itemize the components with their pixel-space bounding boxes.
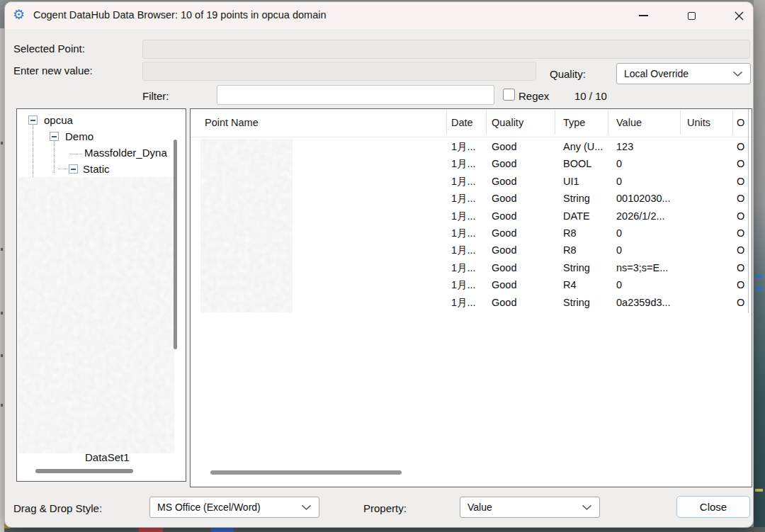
cell-date: 1月... [451, 173, 476, 190]
column-header-value[interactable]: Value [616, 117, 642, 128]
cell-o: O [737, 155, 744, 172]
point-count: 10 / 10 [574, 90, 607, 102]
cell-value: 0 [616, 173, 622, 190]
column-header-o[interactable]: O [737, 117, 744, 128]
cell-type: R8 [563, 242, 577, 259]
cell-o: O [737, 173, 744, 190]
cell-type: UI1 [563, 173, 579, 190]
domain-tree-panel: opcuaDemoMassfolder_DynaStaticDataSet1 [16, 108, 186, 482]
maximize-button[interactable] [677, 4, 706, 27]
close-button-label: Close [700, 501, 727, 513]
cell-date: 1月... [451, 190, 476, 207]
cell-date: 1月... [451, 259, 476, 276]
points-table-panel: Point NameDateQualityTypeValueUnitsO 1月.… [190, 108, 752, 487]
filter-input[interactable] [217, 85, 494, 105]
cell-type: BOOL [563, 155, 591, 172]
close-window-button[interactable] [725, 4, 753, 27]
quality-dropdown[interactable]: Local Override [616, 63, 751, 84]
tree-item-static[interactable]: Static [17, 162, 186, 176]
cell-o: O [737, 208, 744, 225]
selected-point-field[interactable] [142, 40, 750, 59]
new-value-field[interactable] [142, 62, 536, 81]
cell-date: 1月... [451, 208, 476, 225]
desktop-glyph [755, 288, 763, 290]
property-label: Property: [363, 502, 407, 514]
maximize-icon [688, 12, 696, 20]
column-header-date[interactable]: Date [451, 117, 473, 128]
tree-item-label: opcua [44, 113, 73, 128]
data-browser-dialog: ⚙ Cogent DataHub Data Browser: 10 of 19 … [4, 1, 754, 528]
cell-quality: Good [492, 190, 516, 207]
cell-date: 1月... [451, 294, 476, 311]
drag-drop-style-label: Drag & Drop Style: [13, 502, 102, 514]
cell-quality: Good [492, 173, 516, 190]
tree-item-massfolder_dyna[interactable]: Massfolder_Dyna [17, 146, 186, 160]
taskbar-app-icon-blue[interactable] [211, 527, 234, 532]
cell-value: 0 [616, 155, 622, 172]
cell-type: R8 [563, 225, 577, 242]
cell-o: O [737, 259, 744, 276]
filter-label: Filter: [142, 90, 169, 102]
column-header-type[interactable]: Type [563, 117, 585, 128]
blurred-tree-content [18, 177, 174, 453]
collapse-icon[interactable] [69, 164, 78, 174]
cell-quality: Good [492, 259, 516, 276]
property-dropdown[interactable]: Value [460, 497, 600, 518]
close-button[interactable]: Close [676, 496, 750, 518]
column-gridline [748, 109, 749, 313]
quality-label: Quality: [550, 68, 586, 80]
table-horizontal-scrollbar[interactable] [210, 470, 402, 475]
cell-o: O [737, 294, 744, 311]
drag-drop-style-dropdown[interactable]: MS Office (Excel/Word) [149, 497, 319, 518]
enter-new-value-label: Enter new value: [13, 64, 93, 77]
taskbar-app-icon-red[interactable] [139, 527, 163, 532]
minimize-icon [639, 15, 648, 16]
collapse-icon[interactable] [28, 115, 38, 125]
minimize-button[interactable] [629, 4, 657, 27]
cell-type: R4 [563, 276, 577, 293]
gear-icon: ⚙ [13, 7, 25, 23]
cell-value: 0 [616, 276, 622, 293]
cell-type: String [563, 259, 590, 276]
cell-date: 1月... [451, 225, 476, 242]
cell-quality: Good [492, 155, 516, 172]
column-header-units[interactable]: Units [687, 117, 710, 128]
cell-type: String [563, 190, 590, 207]
close-icon [735, 11, 744, 21]
quality-selected-value: Local Override [624, 68, 688, 79]
cell-quality: Good [492, 294, 516, 311]
cell-value: 0 [616, 225, 622, 242]
cell-date: 1月... [451, 242, 476, 259]
cell-o: O [737, 225, 744, 242]
cell-value: ns=3;s=E... [616, 259, 668, 276]
cell-quality: Good [492, 225, 516, 242]
cell-o: O [737, 276, 744, 293]
cell-quality: Good [492, 208, 516, 225]
cell-o: O [737, 138, 744, 155]
column-header-point-name[interactable]: Point Name [205, 117, 259, 128]
title-bar[interactable]: ⚙ Cogent DataHub Data Browser: 10 of 19 … [5, 2, 753, 29]
tree-item-label: Massfolder_Dyna [84, 146, 167, 160]
regex-checkbox[interactable] [503, 89, 515, 101]
selected-point-label: Selected Point: [13, 43, 85, 55]
tree-item-label: Static [83, 162, 110, 176]
collapse-icon[interactable] [50, 132, 59, 141]
cell-value: 2026/1/2... [616, 208, 665, 225]
tree-item-demo[interactable]: Demo [17, 130, 186, 144]
blurred-point-names [200, 139, 293, 312]
tree-vertical-scrollbar[interactable] [174, 140, 177, 349]
cell-o: O [737, 190, 744, 207]
chevron-down-icon [732, 71, 743, 77]
cell-value: 0 [616, 242, 622, 259]
column-header-quality[interactable]: Quality [492, 117, 523, 128]
cell-date: 1月... [451, 138, 476, 155]
tree-item-opcua[interactable]: opcua [17, 113, 186, 128]
tree-item-label: Demo [65, 130, 94, 144]
cell-type: DATE [563, 208, 590, 225]
drag-drop-selected-value: MS Office (Excel/Word) [157, 502, 261, 513]
chevron-down-icon [582, 504, 592, 511]
tree-horizontal-scrollbar[interactable] [35, 469, 133, 473]
chevron-down-icon [301, 504, 312, 511]
cell-quality: Good [492, 276, 516, 293]
cell-value: 00102030... [616, 190, 671, 207]
